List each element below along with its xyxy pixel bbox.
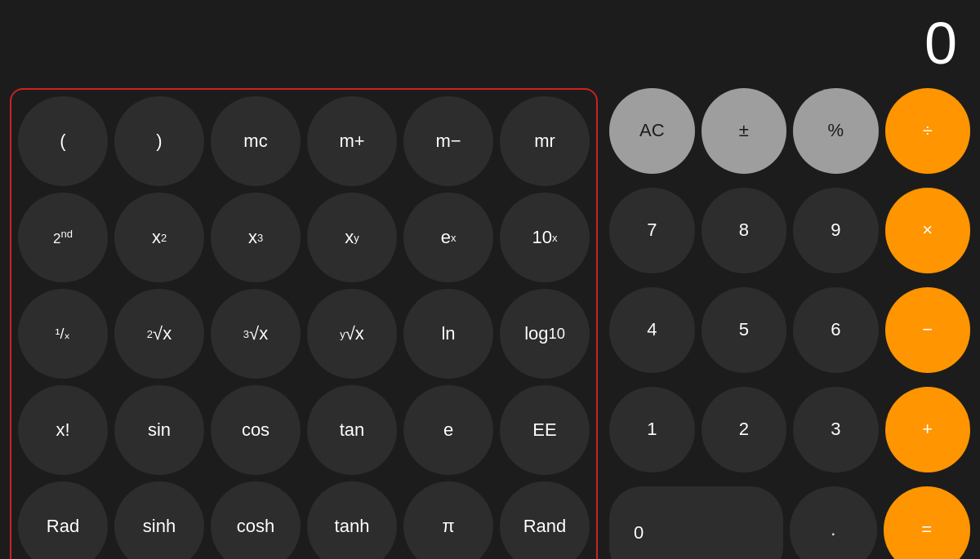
- std-btn-four[interactable]: 4: [609, 287, 695, 373]
- sci-row-0: ()mcm+m−mr: [18, 96, 590, 186]
- std-btn-five[interactable]: 5: [702, 287, 787, 373]
- sci-btn-factorial[interactable]: x!: [18, 385, 108, 475]
- sci-row-4: RadsinhcoshtanhπRand: [18, 481, 590, 559]
- std-row-3: 123+: [609, 387, 970, 480]
- std-row-1: 789×: [609, 188, 970, 281]
- std-btn-multiply[interactable]: ×: [885, 188, 971, 273]
- sci-btn-log10[interactable]: log10: [500, 289, 590, 379]
- sci-btn-ee[interactable]: EE: [500, 385, 590, 475]
- sci-btn-open-paren[interactable]: (: [18, 96, 108, 186]
- std-btn-eight[interactable]: 8: [702, 188, 787, 273]
- sci-row-1: 2ndx2x3xyex10x: [18, 193, 590, 282]
- sci-btn-cos[interactable]: cos: [211, 385, 301, 475]
- std-btn-subtract[interactable]: −: [885, 287, 971, 373]
- sci-row-2: ¹/ₓ2√x3√xy√xlnlog10: [18, 289, 590, 379]
- sci-btn-sinh[interactable]: sinh: [114, 481, 204, 559]
- std-btn-equals[interactable]: =: [884, 486, 971, 559]
- sci-btn-sin[interactable]: sin: [114, 385, 204, 475]
- sci-btn-ln[interactable]: ln: [403, 289, 493, 379]
- standard-panel: AC±%÷789×456−123+0.=: [606, 88, 970, 559]
- sci-btn-x-squared[interactable]: x2: [114, 193, 204, 282]
- display: 0: [0, 0, 980, 82]
- scientific-panel: ()mcm+m−mr2ndx2x3xyex10x¹/ₓ2√x3√xy√xlnlo…: [10, 88, 598, 559]
- sci-btn-ten-to-x[interactable]: 10x: [500, 193, 590, 282]
- display-value: 0: [924, 10, 956, 77]
- std-btn-percent[interactable]: %: [793, 88, 879, 174]
- sci-row-3: x!sincostaneEE: [18, 385, 590, 475]
- std-btn-plus-minus[interactable]: ±: [702, 88, 787, 174]
- std-row-0: AC±%÷: [609, 88, 970, 181]
- sci-btn-one-over-x[interactable]: ¹/ₓ: [18, 289, 108, 379]
- sci-btn-x-to-y[interactable]: xy: [307, 193, 397, 282]
- sci-btn-mc[interactable]: mc: [211, 96, 301, 186]
- sci-btn-square-root[interactable]: 2√x: [114, 289, 204, 379]
- sci-btn-euler[interactable]: e: [403, 385, 493, 475]
- std-row-4: 0.=: [609, 486, 970, 559]
- std-btn-clear[interactable]: AC: [609, 88, 695, 174]
- sci-btn-mr[interactable]: mr: [500, 96, 590, 186]
- std-btn-add[interactable]: +: [885, 387, 971, 472]
- std-btn-decimal[interactable]: .: [790, 486, 877, 559]
- std-btn-six[interactable]: 6: [793, 287, 879, 373]
- sci-btn-pi[interactable]: π: [403, 481, 493, 559]
- sci-btn-tanh[interactable]: tanh: [307, 481, 397, 559]
- std-btn-nine[interactable]: 9: [793, 188, 879, 273]
- std-btn-zero[interactable]: 0: [609, 486, 783, 559]
- std-btn-seven[interactable]: 7: [609, 188, 695, 273]
- std-btn-two[interactable]: 2: [702, 387, 787, 472]
- sci-btn-x-cubed[interactable]: x3: [211, 193, 301, 282]
- std-btn-divide[interactable]: ÷: [885, 88, 971, 174]
- sci-btn-second[interactable]: 2nd: [18, 193, 108, 282]
- sci-btn-close-paren[interactable]: ): [114, 96, 204, 186]
- sci-btn-cube-root[interactable]: 3√x: [211, 289, 301, 379]
- sci-btn-y-root[interactable]: y√x: [307, 289, 397, 379]
- sci-btn-rad[interactable]: Rad: [18, 481, 108, 559]
- sci-btn-rand[interactable]: Rand: [500, 481, 590, 559]
- sci-btn-m-plus[interactable]: m+: [307, 96, 397, 186]
- std-btn-one[interactable]: 1: [609, 387, 695, 472]
- std-btn-three[interactable]: 3: [793, 387, 879, 472]
- sci-btn-m-minus[interactable]: m−: [403, 96, 493, 186]
- calculator-body: ()mcm+m−mr2ndx2x3xyex10x¹/ₓ2√x3√xy√xlnlo…: [0, 82, 980, 559]
- sci-btn-e-to-x[interactable]: ex: [403, 193, 493, 282]
- sci-btn-cosh[interactable]: cosh: [211, 481, 301, 559]
- std-row-2: 456−: [609, 287, 970, 380]
- sci-btn-tan[interactable]: tan: [307, 385, 397, 475]
